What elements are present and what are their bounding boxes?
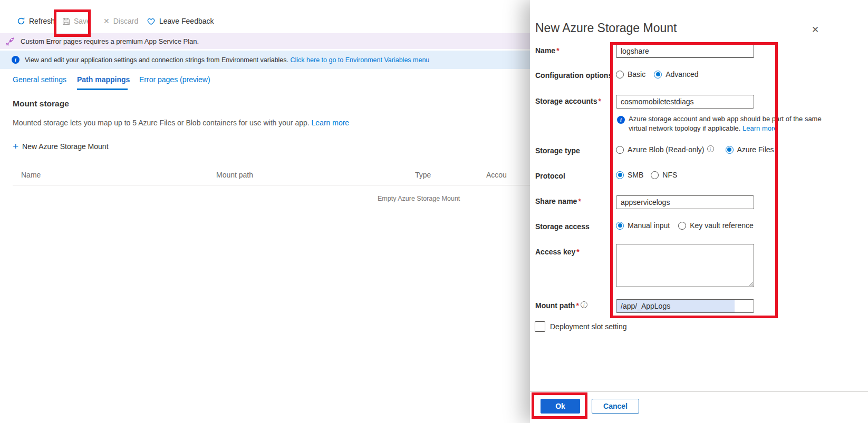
tab-path-mappings[interactable]: Path mappings xyxy=(77,75,130,84)
footer-divider xyxy=(530,391,868,392)
radio-smb-icon xyxy=(616,171,624,179)
refresh-icon xyxy=(17,17,25,25)
mount-learn-more-link[interactable]: Learn more xyxy=(312,119,350,127)
close-icon[interactable] xyxy=(812,24,819,35)
column-header-mount-path: Mount path xyxy=(216,171,253,179)
new-azure-storage-mount-label: New Azure Storage Mount xyxy=(22,142,108,151)
deployment-slot-row: Deployment slot setting xyxy=(535,321,627,332)
env-banner-text: View and edit your application settings … xyxy=(25,56,429,64)
heart-icon xyxy=(147,17,156,25)
radio-manual-input-label: Manual input xyxy=(628,221,670,230)
rocket-icon xyxy=(5,36,15,46)
storage-accounts-label: Storage accounts xyxy=(535,97,601,105)
mount-storage-description: Mounted storage lets you map up to 5 Azu… xyxy=(13,119,382,127)
radio-manual-input-icon xyxy=(616,222,624,230)
storage-type-label: Storage type xyxy=(535,146,580,155)
radio-basic[interactable]: Basic xyxy=(616,70,645,78)
radio-azure-blob[interactable]: Azure Blob (Read-only) xyxy=(616,145,714,154)
radio-basic-icon xyxy=(616,71,624,78)
radio-key-vault-label: Key vault reference xyxy=(690,221,754,230)
save-button[interactable]: Save xyxy=(62,17,91,25)
radio-advanced[interactable]: Advanced xyxy=(654,70,698,78)
radio-advanced-icon xyxy=(654,71,662,78)
access-key-label: Access key xyxy=(535,248,580,256)
radio-nfs-label: NFS xyxy=(662,171,677,179)
discard-icon xyxy=(103,17,110,25)
storage-access-group: Manual input Key vault reference xyxy=(616,221,754,230)
radio-smb-label: SMB xyxy=(628,171,643,179)
radio-azure-blob-label: Azure Blob (Read-only) xyxy=(628,145,705,154)
radio-nfs[interactable]: NFS xyxy=(651,171,677,179)
save-label: Save xyxy=(74,17,91,25)
column-header-account: Accou xyxy=(486,171,507,179)
configuration-options-group: Basic Advanced xyxy=(616,70,699,78)
premium-banner-text: Custom Error pages requires a premium Ap… xyxy=(21,37,199,45)
cancel-button[interactable]: Cancel xyxy=(592,399,639,414)
note-info-icon xyxy=(617,116,625,124)
protocol-group: SMB NFS xyxy=(616,171,677,179)
premium-banner: Custom Error pages requires a premium Ap… xyxy=(0,33,533,49)
mount-path-label: Mount path xyxy=(535,301,579,310)
env-variables-link[interactable]: Click here to go to Environment Variable… xyxy=(291,56,430,64)
radio-nfs-icon xyxy=(651,171,659,179)
radio-manual-input[interactable]: Manual input xyxy=(616,221,670,230)
active-tab-underline xyxy=(77,88,128,90)
radio-key-vault-icon xyxy=(678,222,686,230)
radio-basic-label: Basic xyxy=(628,70,645,78)
protocol-label: Protocol xyxy=(535,172,565,180)
discard-button[interactable]: Discard xyxy=(103,17,138,25)
refresh-button[interactable]: Refresh xyxy=(17,17,55,25)
storage-type-group: Azure Blob (Read-only) Azure Files xyxy=(616,145,774,154)
storage-access-label: Storage access xyxy=(535,222,590,231)
mount-path-info-icon[interactable] xyxy=(581,301,587,308)
table-header-divider xyxy=(13,185,533,185)
plus-icon xyxy=(13,141,18,151)
refresh-label: Refresh xyxy=(29,17,55,25)
radio-azure-blob-icon xyxy=(616,146,624,154)
info-icon xyxy=(12,56,20,64)
env-banner-message: View and edit your application settings … xyxy=(25,56,288,64)
radio-azure-files[interactable]: Azure Files xyxy=(726,145,774,154)
configuration-options-label: Configuration options xyxy=(535,71,612,80)
radio-key-vault[interactable]: Key vault reference xyxy=(678,221,754,230)
radio-advanced-label: Advanced xyxy=(666,70,698,78)
leave-feedback-label: Leave Feedback xyxy=(159,17,214,25)
radio-azure-files-icon xyxy=(726,146,734,154)
azure-portal-screen: Refresh Save Discard Leave Feedback Cust… xyxy=(0,0,868,423)
note-learn-more-link[interactable]: Learn more xyxy=(742,124,777,132)
tab-error-pages[interactable]: Error pages (preview) xyxy=(139,75,210,84)
storage-accounts-input[interactable] xyxy=(616,95,754,109)
radio-azure-files-label: Azure Files xyxy=(737,145,774,154)
panel-title: New Azure Storage Mount xyxy=(535,21,677,35)
name-label: Name xyxy=(535,46,560,55)
column-header-type: Type xyxy=(415,171,431,179)
leave-feedback-button[interactable]: Leave Feedback xyxy=(147,17,214,25)
save-icon xyxy=(62,17,70,25)
radio-smb[interactable]: SMB xyxy=(616,171,643,179)
azure-blob-info-icon[interactable] xyxy=(707,145,714,152)
mount-path-label-row: Mount path xyxy=(535,301,587,310)
mount-path-input[interactable] xyxy=(616,299,754,313)
tab-general-settings[interactable]: General settings xyxy=(13,75,66,84)
share-name-label: Share name xyxy=(535,197,581,205)
new-storage-mount-panel: New Azure Storage Mount Name Configurati… xyxy=(530,0,868,423)
mount-storage-heading: Mount storage xyxy=(13,99,69,109)
new-azure-storage-mount-button[interactable]: New Azure Storage Mount xyxy=(13,141,109,151)
share-name-input[interactable] xyxy=(616,195,754,209)
discard-label: Discard xyxy=(113,17,138,25)
column-header-name: Name xyxy=(21,171,41,179)
empty-table-message: Empty Azure Storage Mount xyxy=(378,195,460,202)
deployment-slot-label: Deployment slot setting xyxy=(550,322,627,331)
mount-storage-description-text: Mounted storage lets you map up to 5 Azu… xyxy=(13,119,310,127)
access-key-textarea[interactable] xyxy=(616,244,754,287)
env-banner: View and edit your application settings … xyxy=(0,51,533,69)
deployment-slot-checkbox[interactable] xyxy=(535,321,545,332)
storage-note-text: Azure storage account and web app should… xyxy=(629,115,822,132)
ok-button[interactable]: Ok xyxy=(541,399,580,414)
storage-note: Azure storage account and web app should… xyxy=(629,114,830,133)
name-input[interactable] xyxy=(616,44,754,58)
